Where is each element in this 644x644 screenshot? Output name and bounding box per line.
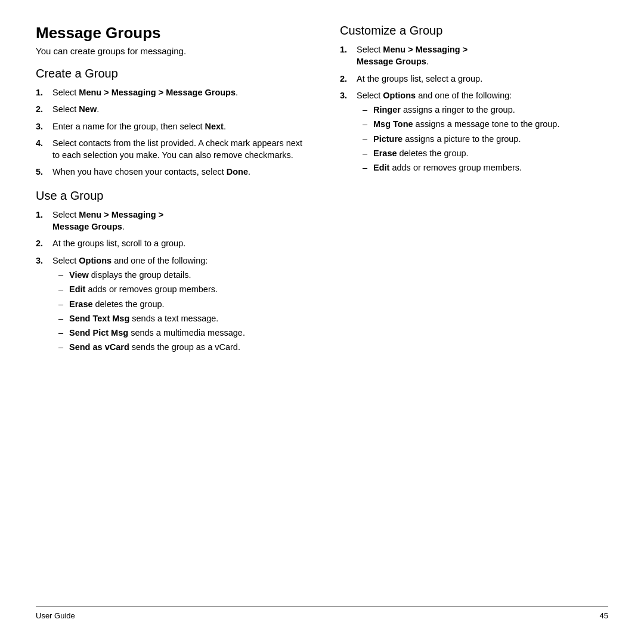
list-item: 2. Select New. — [36, 103, 304, 115]
dash: – — [58, 327, 69, 339]
heading-use-a-group: Use a Group — [36, 189, 304, 203]
list-content: Select New. — [52, 103, 304, 115]
create-a-group-list: 1. Select Menu > Messaging > Message Gro… — [36, 86, 304, 178]
content-area: Message Groups You can create groups for… — [36, 24, 608, 606]
bold-text: Erase — [373, 148, 397, 158]
page-intro: You can create groups for messaging. — [36, 46, 304, 56]
bold-text: Send as vCard — [69, 342, 129, 352]
sub-list-item: –View displays the group details. — [52, 269, 304, 281]
sub-item-text: Msg Tone assigns a message tone to the g… — [373, 118, 559, 130]
sub-item-text: Edit adds or removes group members. — [69, 283, 218, 295]
list-content: Select Menu > Messaging >Message Groups. — [52, 209, 304, 233]
sub-item-text: Send Text Msg sends a text message. — [69, 312, 218, 324]
dash: – — [363, 104, 373, 116]
bold-text: Edit — [69, 284, 85, 294]
bold-text: Menu > Messaging >Message Groups — [52, 210, 163, 231]
sub-item-text: Erase deletes the group. — [69, 298, 165, 310]
bold-text: Done — [227, 167, 248, 177]
dash: – — [58, 298, 69, 310]
bold-text: Options — [79, 256, 112, 265]
sub-list-item: –Picture assigns a picture to the group. — [357, 133, 608, 145]
list-item: 1. Select Menu > Messaging >Message Grou… — [340, 44, 608, 68]
sub-item-text: Send as vCard sends the group as a vCard… — [69, 341, 240, 353]
bold-text: Next — [205, 122, 224, 131]
dash: – — [363, 162, 373, 174]
page-title: Message Groups — [36, 24, 304, 42]
page: Message Groups You can create groups for… — [0, 0, 644, 644]
dash: – — [363, 133, 373, 145]
sub-list-item: –Msg Tone assigns a message tone to the … — [357, 118, 608, 130]
bold-text: Picture — [373, 134, 402, 144]
bold-text: Options — [383, 91, 416, 100]
list-content: Select Options and one of the following:… — [52, 255, 304, 356]
list-item: 3. Select Options and one of the followi… — [340, 89, 608, 177]
sub-list-item: –Send Pict Msg sends a multimedia messag… — [52, 327, 304, 339]
list-number: 2. — [36, 103, 52, 115]
bold-text: New — [79, 104, 97, 114]
bold-text: View — [69, 270, 89, 280]
list-item: 2. At the groups list, scroll to a group… — [36, 237, 304, 249]
bold-text: Menu > Messaging >Message Groups — [357, 45, 467, 66]
bold-text: Send Text Msg — [69, 314, 129, 323]
sub-list-item: –Ringer assigns a ringer to the group. — [357, 104, 608, 116]
list-item: 3. Select Options and one of the followi… — [36, 255, 304, 356]
bold-text: Ringer — [373, 105, 401, 114]
list-number: 1. — [36, 86, 52, 98]
dash: – — [363, 147, 373, 159]
list-item: 4. Select contacts from the list provide… — [36, 137, 304, 162]
list-number: 1. — [36, 209, 52, 233]
list-number: 5. — [36, 166, 52, 178]
list-number: 3. — [36, 120, 52, 132]
dash: – — [58, 312, 69, 324]
list-number: 1. — [340, 44, 357, 68]
heading-customize-a-group: Customize a Group — [340, 24, 608, 38]
list-content: Select Menu > Messaging >Message Groups. — [357, 44, 608, 68]
list-content: At the groups list, scroll to a group. — [52, 237, 304, 249]
list-item: 1. Select Menu > Messaging > Message Gro… — [36, 86, 304, 98]
list-content: Select contacts from the list provided. … — [52, 137, 304, 162]
list-item: 3. Enter a name for the group, then sele… — [36, 120, 304, 132]
sub-item-text: Send Pict Msg sends a multimedia message… — [69, 327, 245, 339]
bold-text: Menu > Messaging > Message Groups — [79, 88, 236, 97]
dash: – — [58, 269, 69, 281]
list-number: 4. — [36, 137, 52, 162]
list-number: 2. — [340, 73, 357, 85]
bold-text: Erase — [69, 299, 93, 309]
list-number: 3. — [36, 255, 52, 356]
sub-list-item: –Edit adds or removes group members. — [357, 162, 608, 174]
bold-text: Send Pict Msg — [69, 328, 128, 338]
use-a-group-list: 1. Select Menu > Messaging >Message Grou… — [36, 209, 304, 356]
bold-text: Msg Tone — [373, 119, 413, 129]
dash: – — [363, 118, 373, 130]
options-sub-list: –View displays the group details. –Edit … — [52, 269, 304, 354]
list-content: Select Menu > Messaging > Message Groups… — [52, 86, 304, 98]
list-number: 3. — [340, 89, 357, 177]
sub-item-text: Edit adds or removes group members. — [373, 162, 522, 174]
footer-label: User Guide — [36, 611, 75, 620]
list-item: 2. At the groups list, select a group. — [340, 73, 608, 85]
sub-item-text: Erase deletes the group. — [373, 147, 469, 159]
list-number: 2. — [36, 237, 52, 249]
list-item: 5. When you have chosen your contacts, s… — [36, 166, 304, 178]
customize-options-sub-list: –Ringer assigns a ringer to the group. –… — [357, 104, 608, 174]
list-content: Enter a name for the group, then select … — [52, 120, 304, 132]
footer-page-number: 45 — [600, 611, 608, 620]
sub-item-text: View displays the group details. — [69, 269, 191, 281]
right-column: Customize a Group 1. Select Menu > Messa… — [322, 24, 608, 606]
sub-list-item: –Edit adds or removes group members. — [52, 283, 304, 295]
heading-create-a-group: Create a Group — [36, 67, 304, 80]
sub-item-text: Ringer assigns a ringer to the group. — [373, 104, 515, 116]
sub-list-item: –Erase deletes the group. — [357, 147, 608, 159]
sub-list-item: –Erase deletes the group. — [52, 298, 304, 310]
dash: – — [58, 341, 69, 353]
list-content: When you have chosen your contacts, sele… — [52, 166, 304, 178]
customize-a-group-list: 1. Select Menu > Messaging >Message Grou… — [340, 44, 608, 177]
list-content: Select Options and one of the following:… — [357, 89, 608, 177]
dash: – — [58, 283, 69, 295]
sub-list-item: –Send Text Msg sends a text message. — [52, 312, 304, 324]
list-content: At the groups list, select a group. — [357, 73, 608, 85]
footer: User Guide 45 — [36, 606, 608, 620]
list-item: 1. Select Menu > Messaging >Message Grou… — [36, 209, 304, 233]
sub-item-text: Picture assigns a picture to the group. — [373, 133, 521, 145]
sub-list-item: –Send as vCard sends the group as a vCar… — [52, 341, 304, 353]
